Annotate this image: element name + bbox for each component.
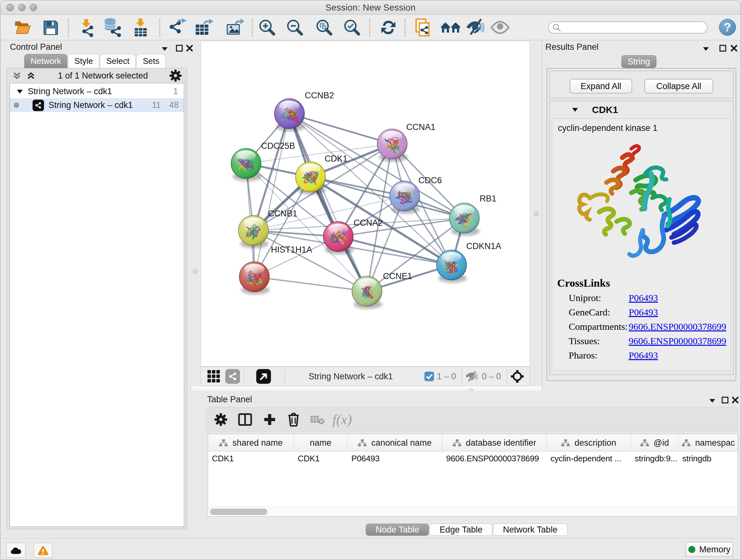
cytoscape-window: Session: New Session bbox=[0, 0, 741, 560]
delete-table-icon[interactable] bbox=[310, 414, 325, 425]
scrollbar-thumb[interactable] bbox=[210, 509, 267, 515]
search-input[interactable] bbox=[561, 23, 707, 32]
zoom-in-icon[interactable] bbox=[257, 17, 277, 38]
panel-menu-icon[interactable] bbox=[160, 45, 169, 53]
crosslink-link[interactable]: P06493 bbox=[629, 350, 658, 361]
add-column-icon[interactable] bbox=[263, 413, 276, 426]
table-horizontal-scrollbar[interactable] bbox=[208, 507, 738, 516]
column-header[interactable]: shared name bbox=[208, 434, 294, 451]
tab-network-table[interactable]: Network Table bbox=[493, 523, 567, 536]
network-node[interactable]: RB1 bbox=[449, 194, 496, 236]
browser-options-gear-icon[interactable] bbox=[170, 70, 182, 82]
float-panel-icon[interactable] bbox=[721, 396, 729, 404]
column-header[interactable]: @id bbox=[631, 434, 678, 451]
zoom-out-icon[interactable] bbox=[285, 17, 305, 38]
table-cell[interactable]: P06493 bbox=[351, 451, 442, 465]
network-edge[interactable] bbox=[254, 277, 367, 291]
zoom-fit-icon[interactable] bbox=[314, 17, 334, 38]
crosslink-link[interactable]: P06493 bbox=[629, 293, 658, 303]
float-panel-icon[interactable] bbox=[719, 44, 727, 52]
split-view-icon[interactable] bbox=[238, 413, 252, 426]
window-title: Session: New Session bbox=[0, 3, 741, 13]
export-network-icon[interactable] bbox=[166, 17, 187, 38]
column-header[interactable]: description bbox=[547, 434, 631, 451]
zoom-selected-icon[interactable] bbox=[342, 17, 362, 38]
network-row[interactable]: String Network – cdk1 11 48 bbox=[10, 98, 184, 112]
network-node[interactable]: CDKN1A bbox=[436, 241, 501, 283]
column-header-label: database identifier bbox=[466, 438, 536, 448]
splitter-handle[interactable] bbox=[534, 211, 538, 216]
tab-style[interactable]: Style bbox=[68, 54, 99, 68]
import-table-file-icon[interactable] bbox=[130, 17, 151, 38]
save-session-icon[interactable] bbox=[40, 17, 61, 38]
show-all-icon[interactable] bbox=[490, 17, 510, 38]
network-node[interactable]: CCNA1 bbox=[377, 122, 435, 162]
float-panel-icon[interactable] bbox=[175, 44, 184, 52]
column-header[interactable]: canonical name bbox=[347, 434, 442, 451]
crosslink-link[interactable]: 9606.ENSP00000378699 bbox=[629, 335, 726, 347]
table-settings-gear-icon[interactable] bbox=[214, 413, 227, 426]
network-edge[interactable] bbox=[289, 114, 392, 144]
export-image-icon[interactable] bbox=[224, 17, 245, 38]
tab-edge-table[interactable]: Edge Table bbox=[429, 523, 492, 536]
collapse-all-button[interactable]: Collapse All bbox=[644, 79, 713, 94]
network-node[interactable]: CDK1 bbox=[295, 154, 347, 194]
help-button[interactable]: ? bbox=[719, 19, 736, 36]
table-cell[interactable]: CDK1 bbox=[298, 451, 347, 465]
tab-node-table[interactable]: Node Table bbox=[366, 523, 429, 536]
birdseye-share-icon[interactable] bbox=[225, 369, 240, 384]
cloud-status-button[interactable] bbox=[6, 543, 25, 558]
apply-layout-icon[interactable] bbox=[378, 17, 399, 38]
first-neighbors-icon[interactable] bbox=[441, 17, 461, 38]
import-network-file-icon[interactable] bbox=[77, 17, 97, 38]
column-header[interactable]: database identifier bbox=[442, 434, 547, 451]
delete-column-icon[interactable] bbox=[287, 413, 300, 427]
warnings-button[interactable] bbox=[34, 543, 52, 558]
tab-string[interactable]: String bbox=[621, 55, 657, 68]
splitter-handle[interactable] bbox=[193, 269, 198, 273]
table-cell[interactable]: stringdb:9... bbox=[635, 451, 678, 465]
column-header[interactable]: name bbox=[294, 434, 347, 451]
expand-all-icon[interactable] bbox=[25, 70, 37, 81]
network-collection-row[interactable]: String Network – cdk1 1 bbox=[10, 84, 184, 98]
network-row-label: String Network – cdk1 bbox=[49, 100, 133, 110]
table-cell[interactable]: 9606.ENSP00000378699 bbox=[446, 451, 547, 465]
tab-sets[interactable]: Sets bbox=[136, 54, 165, 68]
crosslink-link[interactable]: P06493 bbox=[629, 307, 658, 318]
column-type-icon bbox=[640, 439, 649, 447]
grid-view-icon[interactable] bbox=[207, 369, 221, 383]
panel-menu-icon[interactable] bbox=[702, 45, 710, 53]
expand-all-button[interactable]: Expand All bbox=[569, 79, 632, 94]
collection-expander-icon[interactable] bbox=[16, 87, 24, 96]
import-network-database-icon[interactable] bbox=[102, 17, 122, 38]
close-panel-icon[interactable] bbox=[731, 396, 739, 404]
panel-menu-icon[interactable] bbox=[708, 396, 717, 405]
tab-network[interactable]: Network bbox=[24, 54, 67, 68]
network-node[interactable]: CCNB2 bbox=[274, 91, 334, 131]
open-in-window-icon[interactable] bbox=[256, 369, 271, 384]
birdseye-toggle-icon[interactable] bbox=[511, 370, 524, 383]
table-cell[interactable]: cyclin-dependent ... bbox=[550, 451, 631, 465]
close-panel-icon[interactable] bbox=[730, 44, 738, 52]
selected-checkbox-icon[interactable] bbox=[424, 371, 434, 382]
export-table-icon[interactable] bbox=[193, 17, 214, 38]
open-session-icon[interactable] bbox=[12, 17, 32, 38]
crosslink-link[interactable]: 9606.ENSP00000378699 bbox=[629, 321, 726, 332]
table-row[interactable]: CDK1CDK1P064939606.ENSP00000378699cyclin… bbox=[208, 451, 738, 465]
gene-expander-icon[interactable] bbox=[571, 106, 579, 114]
clone-network-icon[interactable] bbox=[413, 17, 433, 38]
gene-header[interactable]: CDK1 bbox=[550, 101, 733, 118]
network-edge[interactable] bbox=[289, 114, 367, 291]
function-builder-icon[interactable]: f(x) bbox=[332, 412, 352, 428]
network-node[interactable]: HIST1H1A bbox=[239, 245, 312, 294]
network-node[interactable]: CDC6 bbox=[390, 176, 442, 213]
collapse-all-icon[interactable] bbox=[11, 70, 22, 81]
column-header[interactable]: namespac bbox=[678, 434, 738, 451]
table-cell[interactable]: CDK1 bbox=[212, 451, 294, 465]
table-cell[interactable]: stringdb bbox=[682, 451, 738, 465]
tab-select[interactable]: Select bbox=[100, 54, 136, 68]
hide-selected-icon[interactable] bbox=[466, 17, 486, 38]
memory-button[interactable]: Memory bbox=[686, 542, 733, 557]
close-panel-icon[interactable] bbox=[185, 44, 194, 52]
network-canvas[interactable]: CCNB2CCNA1CDC25BCDK1CDC6RB1CCNB1CCNA2CDK… bbox=[201, 41, 530, 367]
